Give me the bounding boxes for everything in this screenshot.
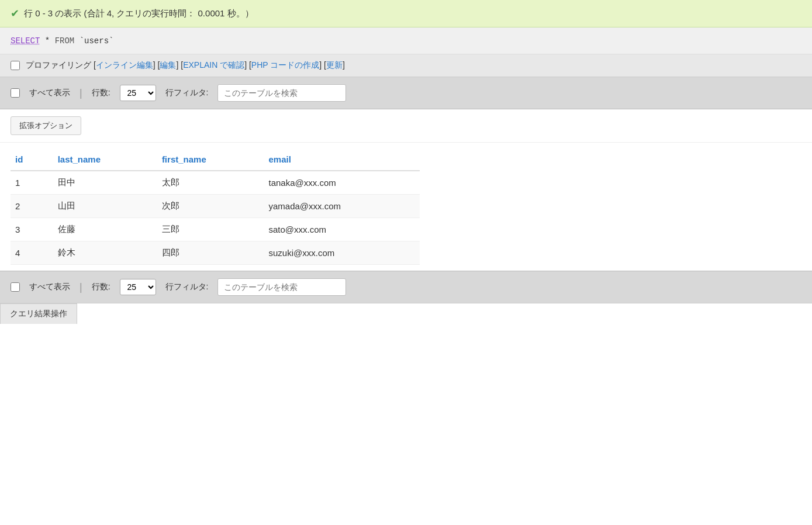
- table-row: 2山田次郎yamada@xxx.com: [11, 195, 420, 218]
- row-count-label-top: 行数:: [92, 88, 110, 98]
- col-header-email[interactable]: email: [264, 148, 420, 171]
- cell-r0-c3: tanaka@xxx.com: [264, 171, 420, 195]
- data-table: id last_name first_name email 1田中太郎tanak…: [11, 148, 420, 265]
- cell-r0-c0: 1: [11, 171, 53, 195]
- cell-r2-c1: 佐藤: [53, 218, 157, 241]
- cell-r0-c2: 太郎: [157, 171, 264, 195]
- table-section: id last_name first_name email 1田中太郎tanak…: [0, 148, 812, 265]
- cell-r1-c3: yamada@xxx.com: [264, 195, 420, 218]
- inline-edit-link[interactable]: インライン編集: [96, 60, 153, 70]
- cell-r3-c0: 4: [11, 241, 53, 265]
- separator-top: |: [80, 87, 82, 99]
- table-row: 3佐藤三郎sato@xxx.com: [11, 218, 420, 241]
- row-count-label-bottom: 行数:: [92, 282, 110, 292]
- cell-r1-c2: 次郎: [157, 195, 264, 218]
- table-header-row: id last_name first_name email: [11, 148, 420, 171]
- status-text: 行 0 - 3 の表示 (合計 4, クエリの実行時間： 0.0001 秒。）: [24, 8, 254, 19]
- table-body: 1田中太郎tanaka@xxx.com2山田次郎yamada@xxx.com3佐…: [11, 171, 420, 265]
- sql-table: `users`: [74, 36, 113, 46]
- filter-input-bottom[interactable]: [217, 278, 346, 296]
- separator-bottom: |: [80, 281, 82, 293]
- filter-label-top: 行フィルタ:: [165, 88, 209, 98]
- check-icon: ✔: [11, 7, 19, 20]
- table-row: 1田中太郎tanaka@xxx.com: [11, 171, 420, 195]
- cell-r2-c2: 三郎: [157, 218, 264, 241]
- show-all-label-top: すべて表示: [29, 88, 70, 98]
- query-ops-button[interactable]: クエリ結果操作: [0, 303, 77, 324]
- expand-bar: 拡張オプション: [0, 109, 812, 143]
- filter-input-top[interactable]: [217, 84, 346, 102]
- php-link[interactable]: PHP コードの作成: [251, 60, 319, 70]
- query-ops-bar: クエリ結果操作: [0, 303, 812, 324]
- show-all-checkbox-top[interactable]: [11, 88, 20, 98]
- cell-r2-c3: sato@xxx.com: [264, 218, 420, 241]
- cell-r0-c1: 田中: [53, 171, 157, 195]
- status-bar: ✔ 行 0 - 3 の表示 (合計 4, クエリの実行時間： 0.0001 秒。…: [0, 0, 812, 27]
- col-header-last-name[interactable]: last_name: [53, 148, 157, 171]
- sql-star: *: [40, 36, 54, 46]
- show-all-checkbox-bottom[interactable]: [11, 282, 20, 292]
- cell-r3-c3: suzuki@xxx.com: [264, 241, 420, 265]
- filter-label-bottom: 行フィルタ:: [165, 282, 209, 292]
- table-row: 4鈴木四郎suzuki@xxx.com: [11, 241, 420, 265]
- sql-bar: SELECT * FROM `users`: [0, 27, 812, 54]
- bottom-controls-bar: すべて表示 | 行数: 25 50 100 250 500 行フィルタ:: [0, 271, 812, 303]
- col-header-first-name[interactable]: first_name: [157, 148, 264, 171]
- cell-r2-c0: 3: [11, 218, 53, 241]
- cell-r1-c1: 山田: [53, 195, 157, 218]
- row-count-select-bottom[interactable]: 25 50 100 250 500: [120, 279, 156, 295]
- cell-r1-c0: 2: [11, 195, 53, 218]
- table-head: id last_name first_name email: [11, 148, 420, 171]
- explain-link[interactable]: EXPLAIN で確認: [183, 60, 244, 70]
- col-header-id[interactable]: id: [11, 148, 53, 171]
- profiling-checkbox[interactable]: [11, 61, 20, 70]
- show-all-label-bottom: すべて表示: [29, 282, 70, 292]
- sql-display: SELECT * FROM `users`: [11, 36, 113, 46]
- top-controls-bar: すべて表示 | 行数: 25 50 100 250 500 行フィルタ:: [0, 77, 812, 109]
- row-count-select-top[interactable]: 25 50 100 250 500: [120, 85, 156, 101]
- profiling-toolbar: プロファイリング [インライン編集] [編集] [EXPLAIN で確認] [P…: [0, 54, 812, 77]
- sql-from: FROM: [55, 36, 75, 46]
- edit-link[interactable]: 編集: [160, 60, 176, 70]
- expand-options-button[interactable]: 拡張オプション: [11, 116, 81, 135]
- update-link[interactable]: 更新: [326, 60, 343, 70]
- sql-keyword: SELECT: [11, 36, 40, 46]
- profiling-label: プロファイリング [インライン編集] [編集] [EXPLAIN で確認] [P…: [26, 60, 345, 71]
- cell-r3-c1: 鈴木: [53, 241, 157, 265]
- cell-r3-c2: 四郎: [157, 241, 264, 265]
